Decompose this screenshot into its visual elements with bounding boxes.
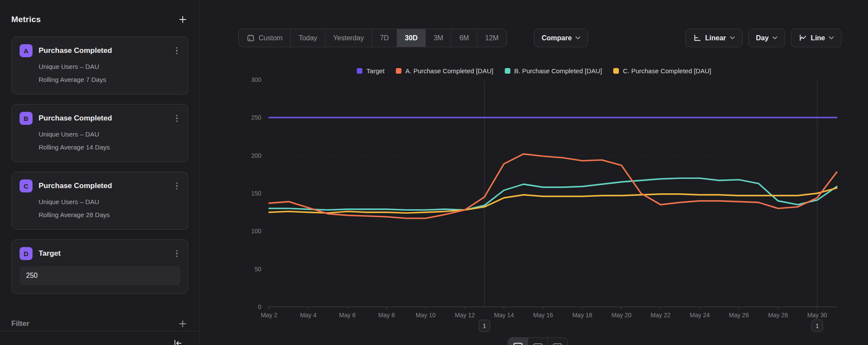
kebab-menu-icon[interactable] bbox=[174, 46, 181, 56]
range-30d[interactable]: 30D bbox=[397, 29, 425, 47]
chart-options-toolbar: Linear Day Line bbox=[685, 29, 842, 47]
y-axis-label: 200 bbox=[251, 152, 262, 159]
y-axis-label: 0 bbox=[258, 303, 261, 310]
metric-subtitle: Unique Users – DAU bbox=[39, 130, 180, 138]
x-axis-label: May 26 bbox=[729, 312, 749, 319]
range-6m[interactable]: 6M bbox=[451, 29, 477, 47]
metric-title: Purchase Completed bbox=[39, 46, 168, 55]
add-metric-button[interactable] bbox=[177, 14, 188, 25]
range-label: 6M bbox=[459, 34, 469, 42]
range-label: Custom bbox=[259, 34, 283, 42]
chevron-down-icon bbox=[773, 36, 777, 39]
metric-badge: C bbox=[20, 179, 33, 192]
metric-rollup: Rolling Average 7 Days bbox=[39, 76, 180, 83]
x-axis-label: May 20 bbox=[612, 312, 631, 319]
sidebar-header: Metrics bbox=[11, 13, 188, 26]
line-chart-icon bbox=[799, 34, 807, 42]
x-axis-label: May 2 bbox=[261, 312, 277, 319]
target-value-input[interactable] bbox=[20, 266, 180, 285]
metric-subtitle: Unique Users – DAU bbox=[39, 63, 180, 70]
kebab-menu-icon[interactable] bbox=[174, 181, 181, 192]
granularity-select-button[interactable]: Day bbox=[748, 29, 785, 47]
summary-view-icon bbox=[553, 343, 562, 345]
axis-scale-icon bbox=[693, 34, 701, 42]
range-label: 12M bbox=[485, 34, 499, 42]
granularity-label: Day bbox=[756, 34, 769, 42]
metric-card-b[interactable]: B Purchase Completed Unique Users – DAU … bbox=[11, 104, 188, 162]
x-axis-label: May 6 bbox=[339, 312, 355, 319]
chart-panel: CustomTodayYesterday7D30D3M6M12M Compare… bbox=[200, 0, 868, 345]
x-axis-label: May 22 bbox=[651, 312, 671, 319]
sidebar-divider bbox=[0, 331, 200, 332]
view-switcher bbox=[508, 337, 568, 345]
calendar-icon bbox=[247, 34, 255, 42]
table-view-icon bbox=[533, 343, 542, 345]
range-label: Yesterday bbox=[333, 34, 364, 42]
x-axis-label: May 16 bbox=[533, 312, 553, 319]
target-card[interactable]: D Target bbox=[11, 239, 188, 294]
range-label: 30D bbox=[405, 34, 418, 42]
range-label: Today bbox=[299, 34, 317, 42]
view-summary-button[interactable] bbox=[547, 338, 567, 345]
chevron-down-icon bbox=[730, 36, 735, 39]
target-title: Target bbox=[39, 249, 168, 258]
y-axis-label: 150 bbox=[251, 190, 262, 197]
plus-icon bbox=[178, 319, 187, 328]
filter-title: Filter bbox=[11, 319, 30, 328]
y-axis-label: 250 bbox=[251, 114, 262, 121]
sidebar-title: Metrics bbox=[11, 15, 41, 24]
chevron-down-icon bbox=[575, 36, 580, 39]
range-7d[interactable]: 7D bbox=[372, 29, 396, 47]
x-axis-label: May 4 bbox=[300, 312, 316, 319]
compare-label: Compare bbox=[542, 34, 572, 42]
annotation-badge-label: 1 bbox=[483, 322, 486, 329]
range-custom[interactable]: Custom bbox=[239, 29, 290, 47]
metric-badge: A bbox=[20, 44, 33, 57]
y-axis-label: 50 bbox=[254, 266, 261, 273]
chart-view-icon bbox=[513, 343, 523, 345]
x-axis-label: May 18 bbox=[572, 312, 592, 319]
metric-card-c[interactable]: C Purchase Completed Unique Users – DAU … bbox=[11, 172, 188, 230]
metric-subtitle: Unique Users – DAU bbox=[39, 198, 180, 205]
metric-card-a[interactable]: A Purchase Completed Unique Users – DAU … bbox=[11, 36, 188, 94]
chart-type-select-button[interactable]: Line bbox=[791, 29, 842, 47]
kebab-menu-icon[interactable] bbox=[174, 248, 181, 259]
metric-title: Purchase Completed bbox=[39, 182, 168, 190]
range-today[interactable]: Today bbox=[290, 29, 325, 47]
x-axis-label: May 30 bbox=[807, 312, 827, 319]
metric-badge: B bbox=[20, 112, 33, 125]
metric-rollup: Rolling Average 14 Days bbox=[39, 143, 180, 151]
date-range-segmented-control: CustomTodayYesterday7D30D3M6M12M bbox=[238, 29, 507, 47]
chart-svg[interactable]: 050100150200250300May 2May 4May 6May 8Ma… bbox=[200, 56, 868, 345]
range-12m[interactable]: 12M bbox=[477, 29, 506, 47]
view-table-button[interactable] bbox=[528, 338, 548, 345]
compare-button[interactable]: Compare bbox=[534, 29, 588, 47]
collapse-sidebar-button[interactable] bbox=[172, 338, 183, 345]
x-axis-label: May 24 bbox=[690, 312, 710, 319]
kebab-menu-icon[interactable] bbox=[174, 113, 181, 124]
metrics-sidebar: Metrics A Purchase Completed Unique User… bbox=[0, 0, 200, 345]
y-axis-label: 300 bbox=[251, 76, 262, 83]
scale-label: Linear bbox=[705, 34, 726, 42]
series-line-b bbox=[269, 178, 837, 210]
x-axis-label: May 8 bbox=[378, 312, 395, 319]
x-axis-label: May 10 bbox=[416, 312, 436, 319]
range-label: 7D bbox=[380, 34, 388, 42]
x-axis-label: May 14 bbox=[494, 312, 514, 319]
scale-select-button[interactable]: Linear bbox=[685, 29, 743, 47]
x-axis-label: May 28 bbox=[768, 312, 788, 319]
range-label: 3M bbox=[434, 34, 443, 42]
plus-icon bbox=[178, 15, 187, 24]
metric-title: Purchase Completed bbox=[39, 114, 168, 123]
metric-badge: D bbox=[20, 247, 33, 260]
add-filter-button[interactable] bbox=[177, 318, 188, 329]
chart-type-label: Line bbox=[811, 34, 825, 42]
filter-section: Filter bbox=[11, 317, 188, 330]
annotation-badge-label: 1 bbox=[815, 322, 819, 329]
collapse-left-icon bbox=[173, 338, 182, 345]
view-chart-button[interactable] bbox=[508, 338, 528, 345]
range-3m[interactable]: 3M bbox=[425, 29, 451, 47]
chevron-down-icon bbox=[829, 36, 834, 39]
metric-rollup: Rolling Average 28 Days bbox=[39, 211, 180, 218]
range-yesterday[interactable]: Yesterday bbox=[325, 29, 372, 47]
